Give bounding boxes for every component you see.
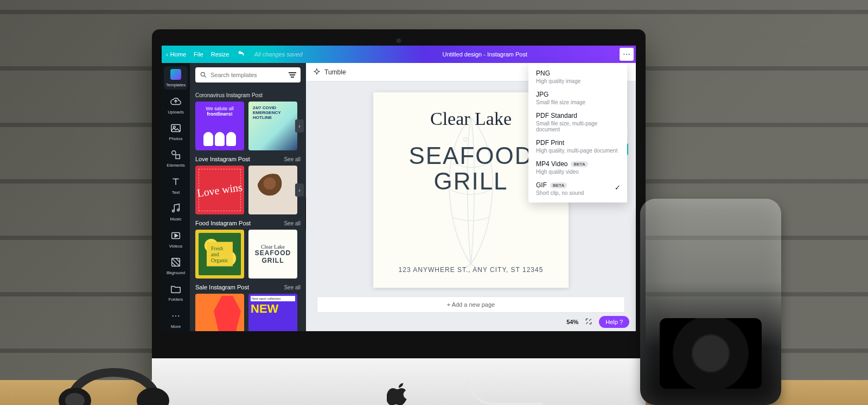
rail-label: Bkground: [167, 270, 185, 275]
beta-badge: BETA: [550, 182, 567, 188]
export-option-gif[interactable]: GIFBETA Short clip, no sound ✓: [528, 178, 627, 199]
thumb-text: SEAFOOD: [255, 249, 291, 257]
rail-elements[interactable]: Elements: [164, 147, 188, 170]
file-menu[interactable]: File: [194, 51, 203, 58]
see-all-link[interactable]: See all: [284, 220, 301, 226]
chevron-left-icon: ‹: [166, 51, 168, 58]
zoom-level[interactable]: 54%: [566, 319, 578, 325]
rail-more[interactable]: ⋯ More: [164, 308, 188, 331]
design-text: SEAFOOD: [409, 142, 533, 169]
option-title: PDF Standard: [536, 112, 620, 119]
help-button[interactable]: Help ?: [599, 316, 629, 328]
canvas-area: Tumble × ⌄ PNG High quality image JPG: [306, 63, 636, 331]
fullscreen-button[interactable]: [585, 318, 592, 326]
section-title: Love Instagram Post: [195, 156, 250, 162]
option-desc: Short clip, no sound: [536, 190, 620, 196]
see-all-link[interactable]: See all: [284, 156, 301, 162]
rail-background[interactable]: Bkground: [164, 254, 188, 277]
search-box[interactable]: [195, 67, 301, 83]
tool-rail: Templates Uploads Photos Elements Text: [162, 63, 190, 331]
apple-logo-icon: [387, 382, 411, 405]
thumb-text: HOTLINE: [253, 115, 272, 120]
rail-text[interactable]: Text: [164, 174, 188, 197]
design-heading-script[interactable]: Clear Lake: [430, 109, 512, 129]
expand-icon: [585, 318, 592, 325]
toolbar-tool[interactable]: Tumble: [324, 68, 346, 76]
thumb-text: We salute all: [206, 106, 233, 111]
svg-point-4: [173, 210, 175, 212]
option-title: PDF Print: [536, 139, 620, 147]
design-address[interactable]: 123 ANYWHERE ST., ANY CITY, ST 12345: [399, 266, 544, 274]
section-title: Sale Instagram Post: [195, 284, 249, 290]
thumb-text: Organic: [199, 330, 219, 331]
resize-menu[interactable]: Resize: [211, 51, 229, 58]
option-desc: High quality, multi-page document: [536, 148, 620, 154]
rail-label: Folders: [169, 297, 183, 302]
rail-label: Templates: [166, 83, 186, 87]
rail-label: Text: [172, 190, 180, 195]
save-status: All changes saved: [254, 51, 302, 58]
photo-icon: [170, 122, 182, 134]
export-option-jpg[interactable]: JPG Small file size image: [528, 87, 627, 109]
scroll-right-button[interactable]: ›: [295, 183, 304, 197]
thumb-text: NEW: [251, 303, 295, 314]
export-dropdown: PNG High quality image JPG Small file si…: [528, 63, 627, 202]
rail-videos[interactable]: Videos: [164, 227, 188, 250]
section-title: Coronavirus Instagram Post: [195, 92, 263, 98]
home-label: Home: [170, 51, 186, 58]
app-body: Templates Uploads Photos Elements Text: [162, 63, 636, 331]
document-title[interactable]: Untitled design - Instagram Post: [442, 51, 527, 58]
templates-panel: Coronavirus Instagram Post We salute all…: [190, 63, 306, 331]
template-thumb[interactable]: Fresh and Organic: [195, 230, 244, 279]
rail-label: Uploads: [168, 110, 183, 115]
thumb-text: frontliners!: [207, 111, 233, 117]
option-desc: Small file size, multi-page document: [536, 121, 620, 132]
svg-point-12: [137, 388, 169, 405]
template-thumb[interactable]: We salute all frontliners!: [195, 102, 244, 150]
scroll-right-button[interactable]: ›: [295, 119, 304, 132]
effects-icon: [312, 68, 321, 77]
template-thumb[interactable]: Love wins: [195, 166, 244, 214]
rail-label: Music: [170, 217, 182, 222]
rail-label: More: [171, 324, 181, 329]
option-title: GIF: [536, 181, 547, 189]
template-thumb[interactable]: Clear Lake SEAFOODGRILL: [248, 230, 297, 279]
see-all-link[interactable]: See all: [284, 284, 301, 290]
svg-point-5: [177, 209, 180, 211]
export-option-pdf-standard[interactable]: PDF Standard Small file size, multi-page…: [528, 109, 627, 136]
rail-music[interactable]: Music: [164, 200, 188, 224]
template-thumb[interactable]: [248, 166, 297, 214]
thumb-text: 24/7 COVID: [253, 105, 276, 110]
design-text: GRILL: [433, 168, 508, 194]
export-option-pdf-print[interactable]: PDF Print High quality, multi-page docum…: [528, 136, 627, 157]
export-option-mp4[interactable]: MP4 VideoBETA High quality video: [528, 157, 627, 178]
rail-label: Photos: [169, 136, 183, 141]
option-title: JPG: [536, 91, 620, 98]
search-input[interactable]: [210, 72, 285, 78]
background-icon: [170, 256, 182, 268]
text-icon: [170, 176, 182, 188]
option-desc: High quality image: [536, 78, 620, 84]
filter-icon[interactable]: [289, 72, 296, 78]
rail-uploads[interactable]: Uploads: [164, 93, 188, 116]
rail-folders[interactable]: Folders: [164, 281, 188, 304]
template-thumb[interactable]: Organic: [195, 294, 244, 331]
rail-photos[interactable]: Photos: [164, 120, 188, 143]
rail-label: Elements: [167, 163, 184, 168]
search-icon: [200, 71, 207, 79]
thumb-text: GRILL: [262, 257, 284, 264]
ellipsis-icon: ⋯: [623, 50, 630, 59]
music-icon: [170, 202, 182, 214]
template-thumb[interactable]: 24/7 COVIDEMERGENCYHOTLINE: [248, 102, 297, 150]
video-icon: [170, 230, 182, 242]
undo-button[interactable]: [237, 49, 246, 60]
rail-templates[interactable]: Templates: [164, 66, 188, 90]
design-heading-main[interactable]: SEAFOOD GRILL: [409, 143, 533, 194]
home-button[interactable]: ‹ Home: [166, 51, 186, 58]
export-option-png[interactable]: PNG High quality image: [528, 66, 627, 87]
add-page-button[interactable]: + Add a new page: [317, 296, 625, 313]
more-options-button[interactable]: ⋯: [620, 48, 634, 61]
template-thumb[interactable]: New sport collection NEW: [248, 294, 297, 331]
chevron-right-icon: ›: [298, 123, 300, 129]
folder-icon: [170, 283, 182, 295]
